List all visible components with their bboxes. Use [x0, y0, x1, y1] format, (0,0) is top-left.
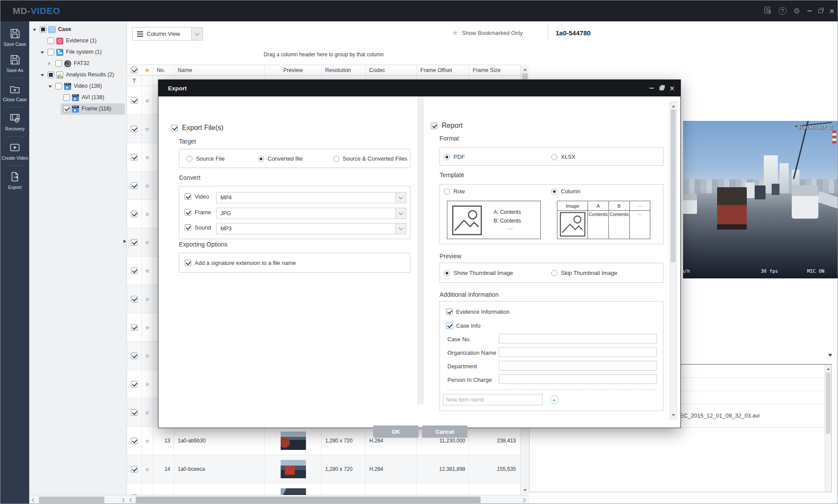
row-checkbox[interactable]: [131, 126, 137, 132]
row-checkbox[interactable]: [131, 381, 137, 387]
row-checkbox[interactable]: [131, 239, 137, 246]
sidebar-item-create-video[interactable]: Create Video: [0, 138, 29, 164]
tree-item-fat32[interactable]: FAT32: [29, 58, 127, 69]
row-bookmark-star[interactable]: ★: [144, 438, 150, 444]
collapse-panel-chevron[interactable]: [828, 354, 832, 359]
table-row-14[interactable]: ★ 14 1a0-bceeca 1,280 x 720 H.264 12,381…: [127, 455, 520, 483]
expander-icon[interactable]: [48, 86, 52, 89]
tree-item-evidence[interactable]: Evidence (1): [29, 35, 127, 47]
expander-icon[interactable]: [33, 29, 36, 33]
tree-checkbox[interactable]: [40, 26, 46, 33]
settings-gear-icon[interactable]: ⚙: [793, 7, 800, 15]
row-checkbox[interactable]: [131, 182, 137, 189]
row-checkbox[interactable]: [131, 466, 137, 473]
dialog-scrollbar[interactable]: [670, 101, 677, 420]
tree-checkbox[interactable]: [48, 38, 54, 44]
case-info-checkbox[interactable]: Case Info: [446, 322, 481, 329]
tree-item-video[interactable]: Video (138): [29, 81, 127, 92]
row-checkbox[interactable]: [131, 154, 137, 161]
scroll-left-button[interactable]: [127, 496, 135, 504]
column-view-dropdown-button[interactable]: [191, 27, 203, 40]
tree-checkbox[interactable]: [48, 72, 54, 78]
radio-pdf[interactable]: PDF: [444, 154, 465, 160]
dropdown-button[interactable]: [395, 223, 406, 234]
expander-icon[interactable]: [41, 51, 44, 55]
radio-source-file[interactable]: Source File: [186, 155, 225, 162]
row-bookmark-star[interactable]: ★: [144, 466, 150, 473]
column-header-name[interactable]: Name: [174, 65, 265, 75]
scroll-down-button[interactable]: [521, 487, 529, 495]
convert-sound-checkbox[interactable]: Sound: [185, 224, 211, 231]
select-all-checkbox[interactable]: [131, 67, 137, 73]
row-bookmark-star[interactable]: ★: [144, 211, 150, 217]
frame-thumbnail[interactable]: [281, 488, 306, 495]
scroll-down-button[interactable]: [670, 412, 677, 419]
row-bookmark-star[interactable]: ★: [144, 154, 150, 161]
tree-horizontal-scrollbar[interactable]: [29, 495, 127, 504]
dialog-titlebar[interactable]: Export: [158, 80, 680, 96]
frame-format-select[interactable]: JPG: [216, 208, 406, 219]
radio-source-and-converted[interactable]: Source & Converted Files: [333, 155, 407, 162]
scroll-up-button[interactable]: [825, 365, 831, 371]
row-bookmark-star[interactable]: ★: [144, 182, 150, 189]
scroll-thumb[interactable]: [39, 497, 104, 503]
row-bookmark-star[interactable]: ★: [144, 409, 150, 416]
scroll-right-button[interactable]: [520, 496, 528, 504]
column-header-preview[interactable]: Preview: [265, 65, 322, 75]
column-header-no[interactable]: No.: [153, 65, 174, 75]
add-item-button[interactable]: +: [550, 395, 559, 404]
export-files-checkbox[interactable]: [171, 125, 178, 131]
tree-checkbox[interactable]: [63, 106, 70, 112]
sidebar-item-save-case[interactable]: Save Case: [0, 24, 29, 50]
radio-template-row[interactable]: Row: [444, 188, 465, 195]
dialog-close-button[interactable]: [670, 86, 674, 91]
cancel-button[interactable]: Cancel: [422, 425, 467, 438]
select-all-cell[interactable]: [127, 65, 142, 75]
radio-xlsx[interactable]: XLSX: [551, 154, 575, 160]
column-header-frame-offset[interactable]: Frame Offset: [417, 65, 469, 75]
convert-frame-checkbox[interactable]: Frame: [185, 209, 211, 216]
row-bookmark-star[interactable]: ★: [144, 97, 150, 104]
video-format-select[interactable]: MP4: [216, 192, 406, 203]
tree-item-analysis-results[interactable]: Analysis Results (2): [29, 69, 127, 81]
radio-show-thumbnail[interactable]: Show Thumbnail Image: [444, 270, 513, 276]
scroll-thumb[interactable]: [136, 497, 481, 503]
frame-thumbnail[interactable]: [281, 460, 306, 478]
expander-icon[interactable]: [48, 62, 52, 65]
scroll-right-button[interactable]: [119, 496, 127, 504]
bookmark-header-cell[interactable]: ★: [142, 65, 153, 75]
radio-skip-thumbnail[interactable]: Skip Thumbnail Image: [551, 270, 617, 276]
row-checkbox[interactable]: [131, 97, 137, 104]
row-checkbox[interactable]: [131, 438, 137, 444]
scroll-up-button[interactable]: [521, 65, 529, 72]
row-checkbox[interactable]: [131, 353, 137, 359]
row-checkbox[interactable]: [131, 211, 137, 217]
sound-format-select[interactable]: MP3: [216, 223, 406, 234]
dialog-maximize-button[interactable]: [659, 86, 664, 90]
row-checkbox[interactable]: [131, 409, 137, 416]
department-input[interactable]: [499, 361, 657, 370]
table-row-15[interactable]: ★: [127, 483, 520, 495]
column-view-select[interactable]: Column View: [132, 27, 203, 41]
ok-button[interactable]: OK: [373, 425, 419, 438]
tree-item-case[interactable]: Case: [29, 24, 127, 35]
expander-icon[interactable]: [41, 74, 44, 78]
report-icon[interactable]: [763, 6, 772, 16]
sidebar-item-save-as[interactable]: Save As: [0, 50, 29, 76]
new-item-name-input[interactable]: [443, 394, 543, 405]
details-scrollbar[interactable]: [824, 365, 831, 492]
row-checkbox[interactable]: [131, 324, 137, 331]
scroll-thumb[interactable]: [826, 373, 831, 434]
table-horizontal-scrollbar[interactable]: [127, 495, 529, 504]
tree-checkbox[interactable]: [63, 94, 70, 101]
column-header-resolution[interactable]: Resolution: [322, 65, 366, 75]
show-bookmarked-toggle[interactable]: ★ Show Bookmarked Only: [452, 29, 523, 37]
dialog-minimize-button[interactable]: [649, 88, 654, 89]
scroll-thumb[interactable]: [671, 110, 676, 262]
convert-video-checkbox[interactable]: Video: [185, 193, 209, 200]
scroll-up-button[interactable]: [670, 102, 677, 109]
row-bookmark-star[interactable]: ★: [144, 381, 150, 387]
dropdown-button[interactable]: [395, 192, 406, 203]
report-checkbox[interactable]: [431, 123, 437, 129]
sidebar-item-export[interactable]: Export: [0, 167, 29, 193]
